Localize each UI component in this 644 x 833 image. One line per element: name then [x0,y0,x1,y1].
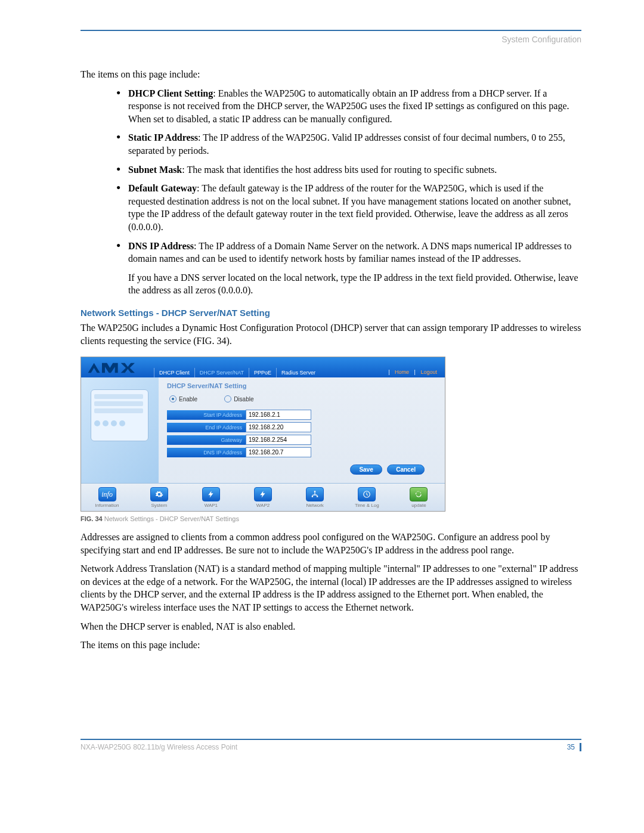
radio-enable[interactable]: Enable [169,395,197,402]
cancel-button[interactable]: Cancel [387,465,425,475]
section-body: The WAP250G includes a Dynamic Host Conf… [80,321,581,347]
nav-wap2[interactable]: WAP2 [237,484,289,511]
intro-text: The items on this page include: [80,68,581,81]
radio-dot-selected-icon [169,395,177,402]
tab-dhcp-server-nat[interactable]: DHCP Server/NAT [194,368,249,377]
tab-radius-server[interactable]: Radius Server [276,368,320,377]
nav-time-log[interactable]: Time & Log [341,484,393,511]
body-paragraph: The items on this page include: [80,639,581,652]
settings-form: DHCP Server/NAT Setting Enable Disable S… [159,377,445,483]
dns-note: If you have a DNS server located on the … [80,271,581,297]
nav-system[interactable]: System [133,484,185,511]
section-heading: Network Settings - DHCP Server/NAT Setti… [80,308,581,318]
list-item: Static IP Address: The IP address of the… [116,131,581,157]
page-footer: NXA-WAP250G 802.11b/g Wireless Access Po… [80,739,581,751]
save-button[interactable]: Save [350,465,382,475]
top-links: | Home | Logout [386,369,439,375]
nav-wap1[interactable]: WAP1 [185,484,237,511]
tab-dhcp-client[interactable]: DHCP Client [154,368,194,377]
input-gateway[interactable] [246,435,311,445]
body-paragraph: Network Address Translation (NAT) is a s… [80,562,581,614]
list-item: Default Gateway: The default gateway is … [116,182,581,233]
refresh-icon [410,487,428,501]
list-item: Subnet Mask: The mask that identifies th… [116,163,581,176]
device-illustration [81,377,159,483]
radio-disable[interactable]: Disable [224,395,253,402]
home-link[interactable]: Home [393,369,411,375]
tab-pppoe[interactable]: PPPoE [249,368,276,377]
page-number: 35 [567,743,581,751]
tab-bar: DHCP Client DHCP Server/NAT PPPoE Radius… [154,357,320,377]
svg-rect-4 [312,496,313,497]
label-dns-ip: DNS IP Address [167,448,246,457]
svg-rect-3 [314,491,315,492]
footer-product-name: NXA-WAP250G 802.11b/g Wireless Access Po… [80,743,237,751]
page-header-title: System Configuration [80,35,581,44]
label-end-ip: End IP Address [167,423,246,432]
label-start-ip: Start IP Address [167,410,246,420]
label-gateway: Gateway [167,435,246,445]
app-top-bar: DHCP Client DHCP Server/NAT PPPoE Radius… [81,357,445,377]
amx-logo [87,362,147,377]
network-icon [306,487,324,501]
bottom-nav: info Information System WAP1 WAP2 [81,483,445,511]
body-paragraph: Addresses are assigned to clients from a… [80,531,581,556]
nav-update[interactable]: update [393,484,445,511]
list-item: DNS IP Address: The IP address of a Doma… [116,240,581,265]
bolt-icon [254,487,272,501]
nav-network[interactable]: Network [289,484,341,511]
panel-title: DHCP Server/NAT Setting [167,382,436,389]
body-paragraph: When the DHCP server is enabled, NAT is … [80,620,581,633]
input-start-ip[interactable] [246,410,311,420]
definition-list: DHCP Client Setting: Enables the WAP250G… [80,87,581,265]
logout-link[interactable]: Logout [419,369,439,375]
input-end-ip[interactable] [246,422,311,432]
svg-marker-2 [121,363,135,373]
screenshot-figure: DHCP Client DHCP Server/NAT PPPoE Radius… [80,357,445,512]
list-item: DHCP Client Setting: Enables the WAP250G… [116,87,581,126]
input-dns-ip[interactable] [246,447,311,457]
nav-information[interactable]: info Information [81,484,133,511]
figure-caption: FIG. 34 Network Settings - DHCP Server/N… [80,515,581,522]
clock-icon [358,487,376,501]
radio-dot-icon [224,395,231,402]
svg-marker-0 [88,363,100,373]
info-icon: info [98,487,116,501]
svg-rect-5 [317,496,318,497]
svg-marker-1 [102,363,118,373]
bolt-icon [202,487,220,501]
gear-icon [150,487,168,501]
